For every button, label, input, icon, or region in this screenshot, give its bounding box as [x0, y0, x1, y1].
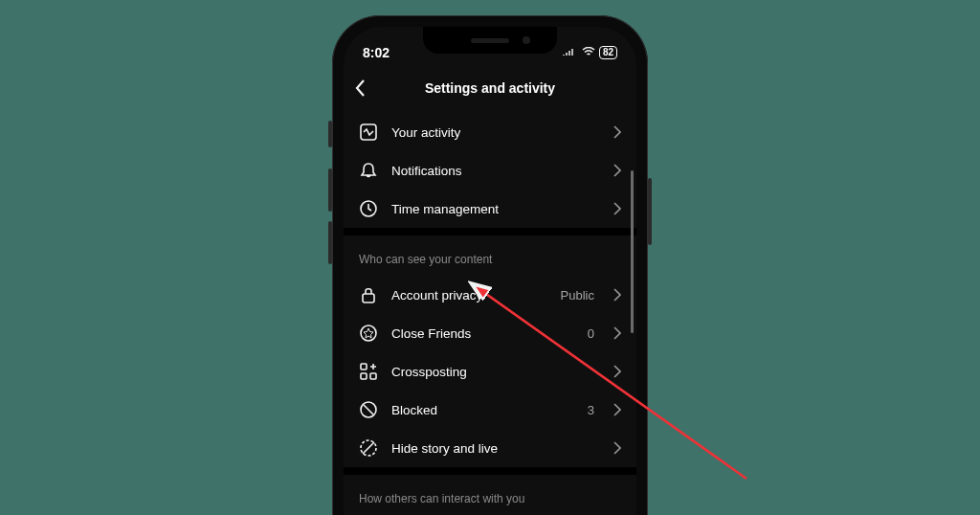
row-hide-story[interactable]: Hide story and live: [344, 429, 636, 467]
svg-rect-6: [370, 373, 376, 379]
phone-notch: [423, 27, 557, 54]
side-button: [328, 121, 332, 147]
row-notifications[interactable]: Notifications: [344, 151, 636, 190]
svg-rect-5: [361, 373, 367, 379]
chevron-right-icon: [613, 365, 621, 378]
chevron-right-icon: [613, 288, 621, 302]
battery-indicator: 82: [599, 46, 617, 59]
row-value: 0: [588, 326, 594, 341]
phone-screen: 8:02 82 Settings and activity: [344, 27, 636, 515]
section-heading-visibility: Who can see your content: [344, 235, 636, 276]
row-label: Blocked: [391, 403, 574, 417]
signal-icon: [563, 46, 578, 59]
chevron-right-icon: [613, 441, 621, 455]
chevron-right-icon: [613, 326, 621, 340]
row-label: Account privacy: [391, 288, 547, 302]
chevron-right-icon: [613, 403, 621, 416]
wifi-icon: [582, 46, 595, 59]
power-button: [648, 178, 652, 245]
row-crossposting[interactable]: Crossposting: [344, 352, 636, 391]
row-label: Hide story and live: [391, 441, 600, 456]
row-blocked[interactable]: Blocked 3: [344, 391, 636, 429]
section-heading-interaction: How others can interact with you: [344, 475, 636, 515]
row-value: 3: [588, 403, 594, 417]
page-title: Settings and activity: [425, 80, 555, 96]
page-header: Settings and activity: [344, 69, 636, 107]
clock-icon: [359, 199, 378, 218]
volume-up-button: [328, 168, 332, 212]
activity-icon: [359, 123, 378, 142]
chevron-right-icon: [613, 125, 621, 139]
row-close-friends[interactable]: Close Friends 0: [344, 314, 636, 352]
status-right: 82: [563, 46, 617, 59]
row-label: Time management: [391, 202, 600, 216]
bell-icon: [359, 161, 378, 180]
row-time-management[interactable]: Time management: [344, 190, 636, 228]
row-value: Public: [561, 288, 594, 302]
settings-content[interactable]: Your activity Notifications Time managem…: [344, 107, 636, 515]
row-account-privacy[interactable]: Account privacy Public: [344, 276, 636, 314]
chevron-right-icon: [613, 202, 621, 215]
row-label: Notifications: [391, 164, 600, 178]
hide-icon: [359, 438, 378, 458]
svg-rect-4: [361, 364, 367, 369]
chevron-right-icon: [613, 164, 621, 177]
scroll-indicator[interactable]: [631, 170, 634, 333]
phone-frame: 8:02 82 Settings and activity: [332, 15, 648, 515]
volume-down-button: [328, 221, 332, 264]
row-your-activity[interactable]: Your activity: [344, 113, 636, 151]
row-label: Crossposting: [391, 365, 600, 379]
status-time: 8:02: [363, 45, 390, 60]
svg-rect-2: [363, 294, 374, 302]
section-divider: [344, 228, 636, 235]
back-button[interactable]: [355, 78, 374, 98]
star-circle-icon: [359, 324, 378, 343]
row-label: Your activity: [391, 125, 600, 140]
blocked-icon: [359, 400, 378, 419]
lock-icon: [359, 285, 378, 304]
grid-plus-icon: [359, 362, 378, 381]
row-label: Close Friends: [391, 326, 574, 341]
section-divider: [344, 467, 636, 475]
